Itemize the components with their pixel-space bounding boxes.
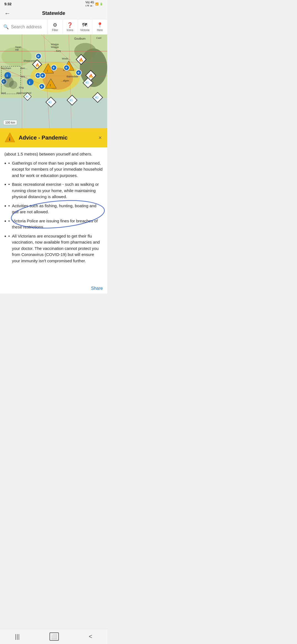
advice-banner: i Advice - Pandemic × [0,128,107,147]
svg-text:!: ! [50,84,51,87]
svg-text:Goulburn: Goulburn [74,37,86,40]
map-scale: 100 km [3,120,17,125]
svg-text:🔥: 🔥 [35,63,40,67]
status-icons: Vo) 4GLTE ▲↓ 📶 🔋 [86,1,103,7]
here-button[interactable]: 📍 Here [92,19,107,34]
list-item: • Victoria Police are issuing fines for … [4,218,103,230]
carrier-icon: Vo) 4GLTE ▲↓ [86,1,94,7]
region-button[interactable]: 🗺 Victoria [78,19,92,34]
filter-label: Filter [52,29,58,32]
content-area: (about 1.5 metres) between yourself and … [0,147,107,283]
signal-icon: 📶 [95,2,98,6]
icons-button[interactable]: ❓ Icons [63,19,78,34]
bullet: • [8,181,10,200]
toolbar-buttons: ⚙ Filter ❓ Icons 🗺 Victoria 📍 Here [48,19,107,34]
icons-label: Icons [67,29,73,32]
svg-text:💨: 💨 [69,98,73,102]
region-icon: 🗺 [82,22,87,28]
status-time: 5:32 [4,2,12,6]
svg-text:i: i [29,80,30,84]
svg-text:🔥: 🔥 [89,74,94,78]
bullet-list: • Gatherings of more than two people are… [4,160,103,264]
list-item: • Gatherings of more than two people are… [4,160,103,179]
region-label: Victoria [80,29,89,32]
bullet: • [8,218,10,230]
svg-text:+: + [40,84,43,89]
svg-text:Wagga: Wagga [51,46,59,48]
list-item-text: Victoria Police are issuing fines for br… [12,218,103,230]
svg-text:Ben…: Ben… [21,67,28,70]
svg-text:🔥: 🔥 [79,58,84,62]
svg-text:…algon: …algon [61,79,69,82]
list-item: • Activities such as fishing, hunting, b… [4,203,103,215]
list-item-text: Basic recreational exercise - such as wa… [12,181,103,200]
map-container[interactable]: Goulburn Swan Hill Wagga Wagga Shepparto… [0,35,107,128]
svg-text:💨: 💨 [26,95,29,98]
filter-icon: ⚙ [53,22,57,28]
svg-text:💨: 💨 [48,100,52,104]
icons-icon: ❓ [67,22,73,28]
bullet: • [8,233,10,264]
svg-text:+: + [37,73,39,78]
battery-icon: 🔋 [100,2,103,6]
svg-text:i: i [9,137,10,141]
svg-text:Canl: Canl [96,37,101,39]
nav-bar: ← Statewide [0,8,107,19]
toolbar-row: 🔍 Search address ⚙ Filter ❓ Icons 🗺 Vict… [0,19,107,35]
share-row: Share [0,283,107,294]
svg-text:+: + [37,54,39,58]
svg-point-64 [27,79,34,85]
advice-icon: i [4,132,15,143]
svg-text:+: + [53,66,55,70]
svg-text:+: + [77,70,79,75]
svg-text:lara…: lara… [21,75,27,78]
svg-point-77 [9,81,17,89]
svg-text:Shepparton: Shepparton [23,59,36,62]
list-item-text: All Victorians are encouraged to get the… [12,233,103,264]
svg-text:💨: 💨 [85,80,89,84]
svg-text:!: ! [47,69,48,72]
svg-text:Hill: Hill [15,48,19,51]
search-icon: 🔍 [3,24,9,29]
svg-text:…bury: …bury [54,50,61,52]
bullet: • [8,203,10,215]
list-item-text: Activities such as fishing, hunting, boa… [12,203,103,215]
svg-text:Wagga: Wagga [51,43,59,46]
svg-text:+: + [65,66,67,70]
svg-text:Horsham: Horsham [1,67,11,70]
svg-text:Swan: Swan [15,46,21,48]
list-item: • All Victorians are encouraged to get t… [4,233,103,264]
list-item: • Basic recreational exercise - such as … [4,181,103,200]
share-button[interactable]: Share [91,286,103,291]
here-label: Here [97,29,103,32]
svg-text:+: + [41,73,43,78]
bullet: • [8,160,10,179]
search-box[interactable]: 🔍 Search address [0,19,48,34]
advice-title: Advice - Pandemic [19,135,94,141]
here-icon: 📍 [97,22,103,28]
svg-text:…long: …long [16,86,24,89]
svg-text:Bairnsdale: Bairnsdale [67,75,78,78]
filter-button[interactable]: ⚙ Filter [48,19,63,34]
list-item-text: Gatherings of more than two people are b… [12,160,103,179]
back-button[interactable]: ← [4,10,10,17]
page-title: Statewide [42,10,65,16]
content-intro: (about 1.5 metres) between yourself and … [4,151,103,157]
svg-text:Wodo…: Wodo… [62,57,71,60]
svg-text:💨: 💨 [95,95,99,99]
close-button[interactable]: × [97,133,103,142]
status-bar: 5:32 Vo) 4GLTE ▲↓ 📶 🔋 [0,0,107,8]
search-input[interactable]: Search address [11,24,42,29]
